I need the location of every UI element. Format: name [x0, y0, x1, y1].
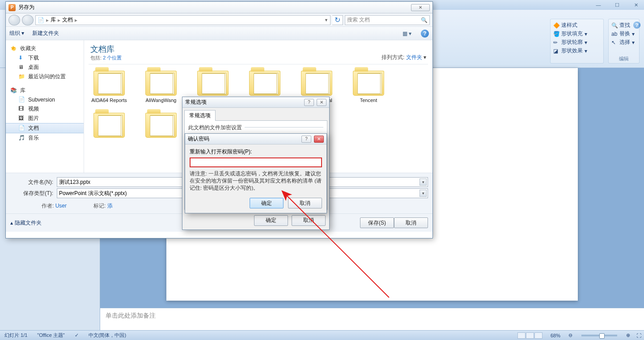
replace-icon: ab [611, 31, 618, 37]
author-label: 作者: [42, 203, 54, 209]
nav-video[interactable]: 视频 [6, 104, 84, 114]
shape-effects-button[interactable]: ◪形状效果 ▾ [553, 47, 601, 55]
ppt-maximize-button[interactable]: ☐ [612, 2, 623, 8]
genopt-help-button[interactable]: ? [304, 99, 314, 106]
confirm-title: 确认密码 [188, 135, 209, 143]
saveas-titlebar[interactable]: P 另存为 ✕ [6, 2, 432, 13]
saveas-close-button[interactable]: ✕ [411, 4, 430, 11]
nav-libraries[interactable]: 库 [6, 86, 84, 95]
doc-icon [18, 96, 25, 103]
confirm-ok-button[interactable]: 确定 [250, 198, 284, 208]
editing-group: 🔍查找 ab替换 ▾ ↖选择 ▾ 编辑 [608, 19, 640, 64]
folder-icon [197, 71, 229, 96]
paint-icon: 🔶 [553, 22, 559, 29]
fit-to-window-button[interactable]: ⛶ [636, 333, 641, 338]
folder-item[interactable] [141, 113, 181, 140]
breadcrumb[interactable]: 📄▸ 库▸ 文档▸ ▼ [35, 15, 330, 25]
confirm-cancel-button[interactable]: 取消 [288, 198, 322, 208]
nav-pictures[interactable]: 图片 [6, 114, 84, 123]
theme-label: "Office 主题" [35, 332, 66, 339]
search-placeholder: 搜索 文档 [347, 16, 370, 24]
editing-group-label: 编辑 [609, 55, 639, 62]
status-bar: 幻灯片 1/1 "Office 主题" ✓ 中文(简体，中国) 68% ⊖ ⊕ … [0, 330, 644, 340]
replace-button[interactable]: ab替换 ▾ [611, 30, 636, 38]
folder-icon [145, 113, 177, 138]
chevron-up-icon: ▴ [10, 220, 13, 226]
nav-downloads[interactable]: 下载 [6, 53, 84, 63]
select-button[interactable]: ↖选择 ▾ [611, 38, 636, 47]
nav-subversion[interactable]: Subversion [6, 95, 84, 104]
save-button[interactable]: 保存(S) [360, 217, 394, 228]
encryption-section-label: 此文档的文件加密设置 [188, 124, 245, 132]
confirm-help-button[interactable]: ? [301, 136, 311, 143]
navigation-pane[interactable]: 收藏夹 下载 桌面 最近访问的位置 库 Subversion 视频 图片 文档 … [6, 40, 84, 173]
confirm-close-button[interactable]: ✕ [314, 136, 324, 143]
nav-favorites[interactable]: 收藏夹 [6, 44, 84, 53]
folder-item[interactable]: Tencent [349, 71, 388, 108]
shape-outline-button[interactable]: ✏形状轮廓 ▾ [553, 38, 601, 47]
star-icon [10, 45, 17, 52]
tags-label: 标记: [93, 203, 106, 209]
author-value[interactable]: User [55, 203, 67, 209]
folder-item[interactable] [89, 113, 129, 140]
genopt-tab[interactable]: 常规选项 [184, 110, 216, 121]
tags-value[interactable]: 添 [107, 203, 113, 209]
nav-back-button[interactable] [8, 15, 20, 26]
password-input[interactable] [190, 157, 322, 167]
genopt-cancel-button[interactable]: 取消 [292, 215, 326, 226]
confirm-titlebar[interactable]: 确认密码 ? ✕ [185, 134, 326, 144]
folder-label: Tencent [349, 98, 388, 103]
nav-documents[interactable]: 文档 [6, 123, 84, 133]
folder-icon: 📄 [38, 17, 44, 23]
shape-fill-button[interactable]: 🪣形状填充 ▾ [553, 30, 601, 38]
ppt-close-button[interactable]: ✕ [631, 2, 641, 8]
doc-icon [18, 125, 25, 132]
crumb-dropdown-icon[interactable]: ▼ [324, 18, 328, 22]
refresh-button[interactable]: ↻ [332, 15, 343, 25]
folder-item[interactable]: AliWangWang [141, 71, 181, 108]
library-locations-link[interactable]: 2 个位置 [103, 55, 122, 60]
folder-item[interactable]: AIDA64 Reports [89, 71, 129, 108]
ppt-minimize-button[interactable]: — [593, 2, 604, 8]
organize-button[interactable]: 组织 ▾ [9, 30, 24, 37]
search-input[interactable]: 搜索 文档 🔍 [345, 15, 430, 25]
nav-music[interactable]: 音乐 [6, 133, 84, 143]
dropdown-icon[interactable]: ▾ [419, 190, 427, 197]
genopt-close-button[interactable]: ✕ [317, 99, 326, 106]
folder-label: AliWangWang [141, 98, 181, 103]
search-icon: 🔍 [421, 17, 428, 23]
arrange-by[interactable]: 排列方式: 文件夹 ▾ [381, 54, 426, 61]
slide-count-label: 幻灯片 1/1 [3, 332, 29, 339]
hide-folders-button[interactable]: ▴隐藏文件夹 [10, 219, 42, 227]
notes-pane[interactable]: 单击此处添加备注 [100, 308, 644, 330]
new-folder-button[interactable]: 新建文件夹 [32, 30, 59, 37]
saveas-cancel-button[interactable]: 取消 [394, 217, 428, 228]
music-icon [18, 135, 25, 142]
crumb-documents[interactable]: 文档 [62, 16, 73, 24]
zoom-out-button[interactable]: ⊖ [568, 332, 572, 338]
find-button[interactable]: 🔍查找 [611, 21, 636, 30]
folder-icon [145, 71, 177, 96]
genopt-titlebar[interactable]: 常规选项 ? ✕ [182, 97, 329, 108]
view-buttons[interactable] [517, 332, 542, 339]
nav-desktop[interactable]: 桌面 [6, 63, 84, 72]
picture-icon [18, 115, 25, 122]
zoom-percent[interactable]: 68% [549, 333, 562, 338]
zoom-slider[interactable] [581, 335, 617, 336]
nav-forward-button[interactable] [22, 15, 34, 26]
saveas-help-icon[interactable]: ? [421, 30, 429, 38]
dropdown-icon[interactable]: ▾ [419, 178, 427, 186]
confirm-password-dialog: 确认密码 ? ✕ 重新输入打开权限密码(P): 请注意: 一旦丢失或遗忘密码，文… [185, 133, 327, 213]
effects-icon: ◪ [553, 48, 559, 54]
video-icon [18, 106, 25, 113]
spellcheck-icon[interactable]: ✓ [73, 332, 80, 338]
language-label[interactable]: 中文(简体，中国) [87, 332, 128, 339]
quick-style-button[interactable]: 🔶速样式 [553, 21, 601, 30]
zoom-in-button[interactable]: ⊕ [626, 332, 630, 338]
fill-icon: 🪣 [553, 31, 559, 37]
crumb-library[interactable]: 库 [51, 16, 56, 24]
shape-styles-group: 🔶速样式 🪣形状填充 ▾ ✏形状轮廓 ▾ ◪形状效果 ▾ [550, 19, 604, 64]
view-mode-button[interactable]: ▦ ▾ [401, 29, 413, 38]
genopt-ok-button[interactable]: 确定 [254, 215, 288, 226]
nav-recent[interactable]: 最近访问的位置 [6, 72, 84, 81]
